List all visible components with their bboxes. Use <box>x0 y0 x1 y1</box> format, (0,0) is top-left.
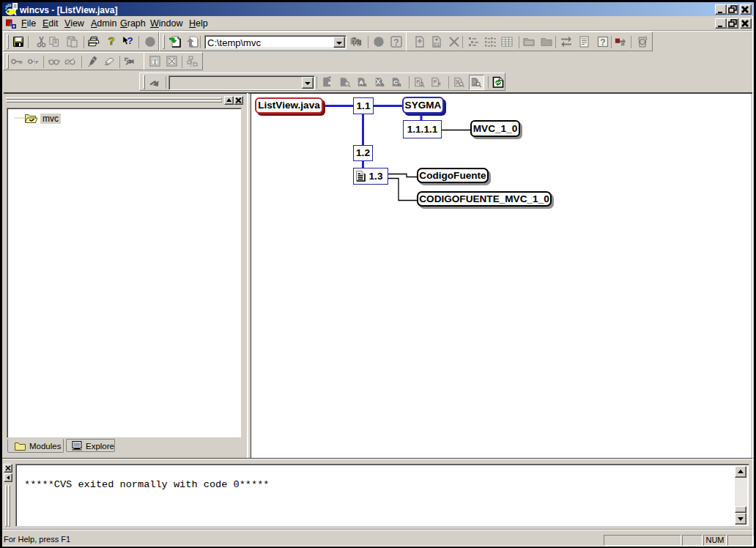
svg-text:P: P <box>433 79 437 85</box>
svg-text:01: 01 <box>434 42 440 47</box>
svg-text:A: A <box>359 79 363 86</box>
svg-text:?: ? <box>108 34 114 46</box>
svg-text:a: a <box>382 82 385 88</box>
svg-text:a: a <box>364 82 367 88</box>
svg-text:a: a <box>399 82 401 88</box>
svg-text:T: T <box>152 58 158 66</box>
svg-text:?: ? <box>600 37 605 48</box>
svg-text:C: C <box>393 79 398 86</box>
svg-text:?: ? <box>393 37 399 48</box>
